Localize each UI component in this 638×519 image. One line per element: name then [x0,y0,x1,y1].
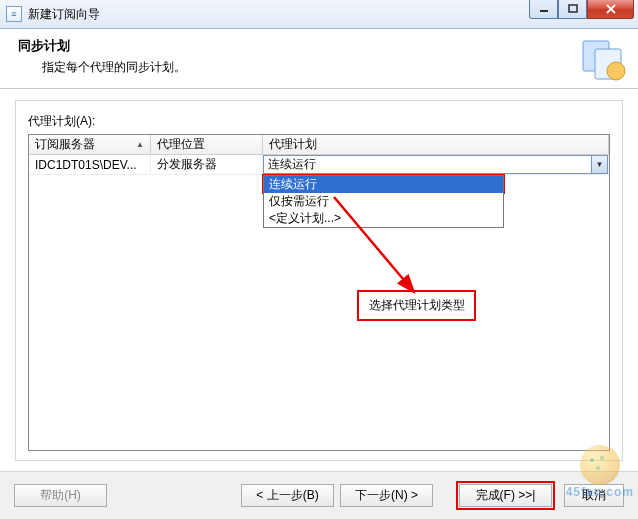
back-button[interactable]: < 上一步(B) [241,484,334,507]
svg-rect-0 [540,10,548,12]
app-icon: ≡ [6,6,22,22]
window-title: 新建订阅向导 [28,6,100,23]
schedule-dropdown-list: 连续运行 仅按需运行 <定义计划...> [263,175,504,228]
window-controls [529,0,634,19]
annotation-label: 选择代理计划类型 [357,290,476,321]
section-label: 代理计划(A): [28,113,610,130]
schedule-combobox[interactable]: 连续运行 ▼ [263,155,608,174]
wizard-title: 同步计划 [18,37,624,55]
wizard-body: 代理计划(A): 订阅服务器 ▲ 代理位置 代理计划 IDC1DT01S\DEV… [15,100,623,461]
svg-point-4 [607,62,625,80]
dropdown-item-define[interactable]: <定义计划...> [264,210,503,227]
close-icon [605,4,617,14]
minimize-button[interactable] [529,0,558,19]
agent-schedule-grid: 订阅服务器 ▲ 代理位置 代理计划 IDC1DT01S\DEV... 分发服务器… [28,134,610,451]
maximize-button[interactable] [558,0,587,19]
help-button[interactable]: 帮助(H) [14,484,107,507]
wizard-header: 同步计划 指定每个代理的同步计划。 [0,29,638,89]
col-header-agent-schedule[interactable]: 代理计划 [263,135,609,154]
annotation-label-text: 选择代理计划类型 [369,297,465,314]
col-header-agent-schedule-label: 代理计划 [269,136,317,153]
grid-header: 订阅服务器 ▲ 代理位置 代理计划 [29,135,609,155]
col-header-subscriber-label: 订阅服务器 [35,136,95,153]
cell-agent-schedule: 连续运行 ▼ [263,155,609,174]
wizard-subtitle: 指定每个代理的同步计划。 [42,59,624,76]
cell-agent-location: 分发服务器 [151,155,263,174]
sort-asc-icon: ▲ [136,140,144,149]
finish-button[interactable]: 完成(F) >>| [459,484,552,507]
title-bar: ≡ 新建订阅向导 [0,0,638,29]
cell-subscriber: IDC1DT01S\DEV... [29,155,151,174]
close-button[interactable] [587,0,634,19]
maximize-icon [568,4,578,14]
col-header-agent-location[interactable]: 代理位置 [151,135,263,154]
next-button[interactable]: 下一步(N) > [340,484,433,507]
schedule-combobox-value: 连续运行 [264,156,591,173]
chevron-down-icon[interactable]: ▼ [591,156,607,173]
dropdown-item-ondemand[interactable]: 仅按需运行 [264,193,503,210]
table-row: IDC1DT01S\DEV... 分发服务器 连续运行 ▼ [29,155,609,175]
svg-rect-1 [569,5,577,12]
dropdown-item-continuous[interactable]: 连续运行 [264,176,503,193]
col-header-subscriber[interactable]: 订阅服务器 ▲ [29,135,151,154]
wizard-header-icon [580,35,628,83]
cancel-button[interactable]: 取消 [564,484,624,507]
col-header-agent-location-label: 代理位置 [157,136,205,153]
wizard-footer: 帮助(H) < 上一步(B) 下一步(N) > 完成(F) >>| 取消 [0,471,638,519]
minimize-icon [539,4,549,14]
